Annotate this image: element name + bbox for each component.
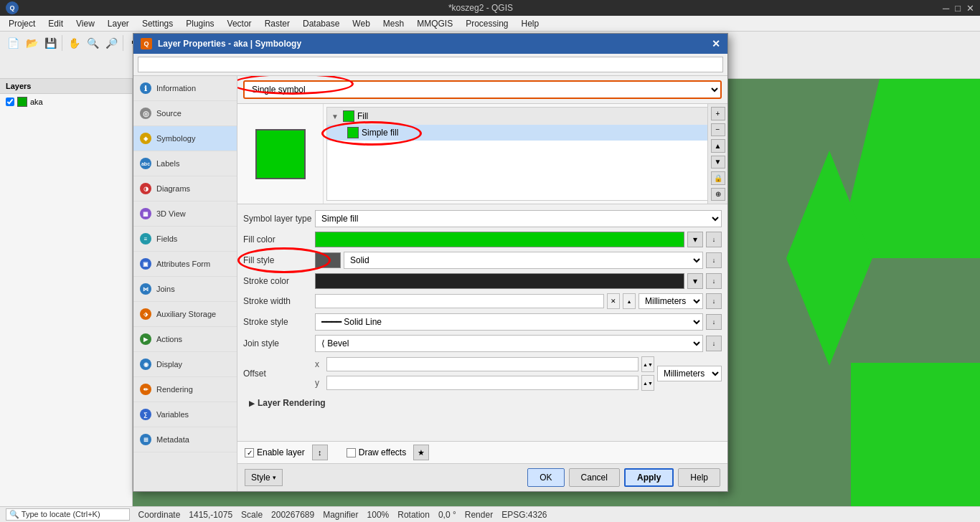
save-project-button[interactable]: 💾 [42, 34, 59, 52]
help-button[interactable]: Help [678, 468, 720, 487]
offset-x-spin[interactable]: ▲▼ [641, 356, 654, 372]
layers-panel-header: Layers [0, 79, 132, 94]
sidebar-item-display[interactable]: ◉ Display [133, 352, 237, 377]
move-down-button[interactable]: ▼ [711, 156, 725, 169]
menu-mesh[interactable]: Mesh [377, 17, 410, 30]
window-controls[interactable]: ─ □ ✕ [943, 3, 974, 14]
draw-effects-checkbox[interactable] [347, 448, 356, 457]
offset-y-input[interactable]: 0,000000 [326, 376, 639, 390]
stroke-style-apply-button[interactable]: ↓ [706, 314, 722, 330]
sidebar-item-information[interactable]: ℹ Information [133, 76, 237, 101]
cancel-button[interactable]: Cancel [569, 468, 620, 487]
zoom-in-button[interactable]: 🔍 [84, 34, 101, 52]
dialog-close-button[interactable]: ✕ [712, 38, 720, 49]
offset-unit-select[interactable]: Millimeters [657, 366, 722, 381]
menu-web[interactable]: Web [347, 17, 375, 30]
new-project-button[interactable]: 📄 [4, 34, 22, 52]
ok-button[interactable]: OK [527, 468, 564, 487]
title-bar: Q *koszeg2 - QGIS ─ □ ✕ [0, 0, 980, 16]
layer-rendering-header[interactable]: ▶ Layer Rendering [249, 398, 716, 408]
draw-effects-check-label[interactable]: Draw effects [347, 447, 406, 457]
sidebar-item-variables[interactable]: ∑ Variables [133, 402, 237, 427]
menu-mmqgis[interactable]: MMQGIS [411, 17, 458, 30]
locate-input-area[interactable]: 🔍 Type to locate (Ctrl+K) [6, 508, 130, 521]
minimize-button[interactable]: ─ [943, 3, 949, 14]
symbology-icon: ◈ [139, 132, 152, 145]
menu-settings[interactable]: Settings [136, 17, 179, 30]
fill-color-apply-button[interactable]: ↓ [706, 232, 722, 247]
menu-help[interactable]: Help [516, 17, 545, 30]
sidebar-item-attributes-form[interactable]: ▣ Attributes Form [133, 252, 237, 277]
menu-view[interactable]: View [70, 17, 100, 30]
sidebar-item-diagrams-label: Diagrams [156, 184, 190, 193]
remove-symbol-layer-button[interactable]: − [711, 123, 725, 137]
sidebar-item-actions[interactable]: ▶ Actions [133, 327, 237, 352]
stroke-width-clear-button[interactable]: ✕ [607, 293, 620, 309]
menu-raster[interactable]: Raster [259, 17, 296, 30]
move-up-button[interactable]: ▲ [711, 139, 725, 153]
sidebar-item-3dview-label: 3D View [156, 209, 186, 218]
symbol-tree-area: ▼ Fill Simple fill [324, 104, 727, 204]
stroke-width-input[interactable]: 0,260000 [315, 294, 604, 308]
sidebar-item-diagrams[interactable]: ◑ Diagrams [133, 176, 237, 201]
pan-button[interactable]: ✋ [65, 34, 83, 52]
menu-database[interactable]: Database [297, 17, 345, 30]
menu-vector[interactable]: Vector [222, 17, 258, 30]
symbol-layer-type-select[interactable]: Simple fill [315, 210, 722, 227]
fill-color-swatch[interactable] [315, 232, 684, 247]
stroke-style-control: ━━━━ Solid Line ↓ [315, 313, 722, 331]
open-project-button[interactable]: 📂 [23, 34, 40, 52]
sidebar-item-source[interactable]: ◎ Source [133, 101, 237, 126]
menu-edit[interactable]: Edit [42, 17, 69, 30]
sidebar-item-auxiliary-storage[interactable]: ⬗ Auxiliary Storage [133, 302, 237, 327]
symbol-tree-simple-fill-item[interactable]: Simple fill [327, 125, 724, 141]
fill-style-select[interactable]: Solid [344, 252, 703, 269]
sidebar-item-labels[interactable]: abc Labels [133, 151, 237, 176]
offset-area: x 0,000000 ▲▼ y 0,000000 ▲▼ [315, 356, 654, 391]
sidebar-item-3dview[interactable]: ▦ 3D View [133, 201, 237, 227]
sidebar-item-joins[interactable]: ⋈ Joins [133, 277, 237, 302]
join-style-apply-button[interactable]: ↓ [706, 336, 722, 351]
menu-plugins[interactable]: Plugins [180, 17, 220, 30]
draw-effects-extra-button[interactable]: ★ [413, 445, 429, 460]
stroke-style-select[interactable]: ━━━━ Solid Line [315, 313, 703, 331]
zoom-out-button[interactable]: 🔎 [103, 34, 120, 52]
menu-layer[interactable]: Layer [102, 17, 135, 30]
stroke-width-unit-select[interactable]: Millimeters [639, 293, 703, 309]
offset-x-input[interactable]: 0,000000 [326, 357, 639, 371]
stroke-color-swatch[interactable] [315, 273, 684, 289]
symbol-tree-fill-item[interactable]: ▼ Fill [327, 108, 724, 125]
sidebar-item-rendering[interactable]: ✏ Rendering [133, 377, 237, 402]
fill-color-dropdown-button[interactable]: ▾ [687, 232, 703, 247]
layer-visibility-checkbox[interactable] [6, 98, 14, 106]
symbol-type-select[interactable]: Single symbol [243, 80, 722, 99]
fill-style-apply-button[interactable]: ↓ [706, 252, 722, 268]
add-symbol-layer-button[interactable]: + [711, 107, 725, 120]
stroke-color-apply-button[interactable]: ↓ [706, 273, 722, 289]
menu-processing[interactable]: Processing [460, 17, 514, 30]
stroke-width-apply-button[interactable]: ↓ [706, 293, 722, 309]
enable-layer-extra-button[interactable]: ↕ [312, 445, 328, 460]
symbol-layer-type-row: Symbol layer type Simple fill [243, 210, 722, 227]
offset-y-spin[interactable]: ▲▼ [641, 375, 654, 391]
enable-layer-check-label[interactable]: Enable layer [245, 447, 305, 457]
toolbar-separator-1 [62, 35, 62, 51]
menu-project[interactable]: Project [3, 17, 41, 30]
join-style-select[interactable]: ⟨ Bevel [315, 335, 703, 352]
symbol-type-row: Single symbol [237, 76, 727, 104]
apply-button[interactable]: Apply [624, 468, 674, 487]
dialog-search-input[interactable] [138, 57, 723, 72]
stroke-width-spin-up[interactable]: ▲ [623, 293, 636, 309]
sidebar-item-metadata[interactable]: ⊞ Metadata [133, 427, 237, 452]
layer-item[interactable]: aka [0, 94, 132, 110]
sidebar-item-symbology[interactable]: ◈ Symbology [133, 126, 237, 151]
lock-button[interactable]: 🔒 [711, 171, 725, 185]
close-window-button[interactable]: ✕ [966, 3, 974, 14]
stroke-color-dropdown-button[interactable]: ▾ [687, 273, 703, 289]
duplicate-button[interactable]: ⊕ [711, 188, 725, 201]
style-button[interactable]: Style ▾ [245, 469, 283, 486]
symbol-tree: ▼ Fill Simple fill [326, 107, 725, 201]
enable-layer-checkbox[interactable] [245, 448, 254, 457]
sidebar-item-fields[interactable]: ≡ Fields [133, 227, 237, 252]
maximize-button[interactable]: □ [955, 3, 961, 14]
